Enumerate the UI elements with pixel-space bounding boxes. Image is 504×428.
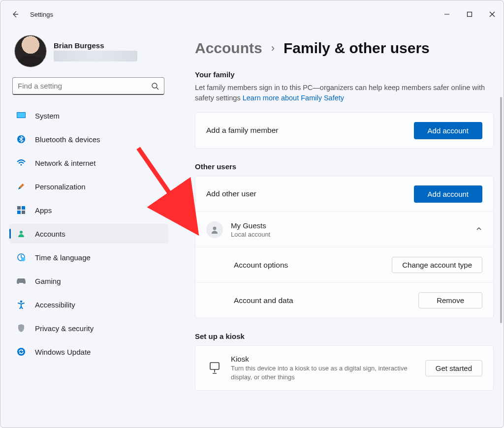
apps-icon	[16, 205, 26, 215]
family-card: Add a family member Add account	[195, 112, 494, 149]
maximize-icon	[467, 11, 472, 17]
sidebar-item-update[interactable]: Windows Update	[9, 342, 168, 362]
user-avatar-icon	[206, 221, 223, 238]
sidebar-item-accessibility[interactable]: Accessibility	[9, 295, 168, 314]
sidebar-item-time[interactable]: Time & language	[9, 247, 168, 267]
profile-email-redacted	[54, 51, 137, 61]
account-options-row: Account options Change account type	[195, 247, 493, 282]
chevron-up-icon	[475, 225, 482, 234]
nav-label: System	[35, 112, 60, 120]
sidebar-item-network[interactable]: Network & internet	[9, 153, 168, 173]
kiosk-section: Set up a kiosk Kiosk Turn this device in…	[195, 332, 494, 391]
svg-rect-16	[210, 363, 219, 369]
other-title: Other users	[195, 162, 494, 171]
window-controls	[436, 4, 504, 24]
scrollbar[interactable]	[500, 97, 502, 323]
nav-label: Time & language	[35, 253, 91, 262]
other-users-card: Add other user Add account My Guests Loc…	[195, 176, 494, 318]
window-title: Settings	[30, 11, 53, 18]
bluetooth-icon	[16, 134, 26, 144]
add-family-label: Add a family member	[206, 126, 406, 135]
svg-point-12	[21, 257, 25, 261]
avatar	[14, 35, 47, 67]
family-title: Your family	[195, 70, 494, 79]
kiosk-icon	[206, 362, 223, 374]
add-other-label: Add other user	[206, 189, 406, 198]
account-options-label: Account options	[234, 261, 384, 270]
sidebar-item-accounts[interactable]: Accounts	[9, 224, 168, 244]
add-family-row: Add a family member Add account	[195, 113, 493, 148]
add-other-row: Add other user Add account	[195, 176, 493, 212]
svg-rect-3	[17, 113, 25, 118]
back-button[interactable]	[5, 4, 25, 24]
wifi-icon	[16, 158, 26, 168]
breadcrumb: Accounts › Family & other users	[195, 40, 494, 57]
svg-rect-8	[17, 211, 21, 214]
search-box[interactable]	[12, 77, 164, 95]
shield-icon	[16, 323, 26, 333]
user-name: My Guests	[231, 221, 468, 230]
add-family-button[interactable]: Add account	[414, 122, 482, 139]
titlebar: Settings	[0, 0, 504, 28]
kiosk-name: Kiosk	[231, 355, 417, 363]
other-users-section: Other users Add other user Add account M…	[195, 162, 494, 318]
nav-label: Windows Update	[35, 348, 91, 356]
nav-label: Privacy & security	[35, 324, 94, 333]
sidebar-item-privacy[interactable]: Privacy & security	[9, 318, 168, 338]
arrow-left-icon	[11, 10, 19, 18]
breadcrumb-parent[interactable]: Accounts	[195, 40, 262, 57]
svg-rect-0	[468, 12, 472, 17]
learn-more-link[interactable]: Learn more about Family Safety	[243, 94, 344, 102]
search-icon	[151, 82, 159, 90]
gamepad-icon	[16, 276, 26, 286]
nav-label: Apps	[35, 206, 52, 214]
minimize-button[interactable]	[436, 4, 458, 24]
settings-window: Settings Brian Burgess	[0, 0, 504, 428]
sidebar-item-personalization[interactable]: Personalization	[9, 177, 168, 196]
svg-point-14	[17, 348, 25, 356]
kiosk-desc: Turn this device into a kiosk to use as …	[231, 364, 408, 381]
nav-label: Accounts	[35, 230, 65, 238]
kiosk-card: Kiosk Turn this device into a kiosk to u…	[195, 345, 494, 391]
svg-point-15	[213, 226, 217, 230]
nav-label: Personalization	[35, 183, 86, 191]
search-input[interactable]	[18, 82, 151, 90]
nav-list: System Bluetooth & devices Network & int…	[9, 104, 170, 364]
other-user-row[interactable]: My Guests Local account	[195, 212, 493, 247]
remove-account-button[interactable]: Remove	[418, 292, 482, 308]
accessibility-icon	[16, 300, 26, 309]
sidebar-item-apps[interactable]: Apps	[9, 200, 168, 220]
nav-label: Network & internet	[35, 159, 95, 167]
svg-rect-9	[22, 211, 25, 214]
profile-name: Brian Burgess	[54, 41, 137, 50]
account-data-row: Account and data Remove	[195, 282, 493, 318]
close-icon	[489, 11, 495, 17]
sidebar-item-bluetooth[interactable]: Bluetooth & devices	[9, 129, 168, 149]
sidebar-item-system[interactable]: System	[9, 106, 168, 125]
display-icon	[16, 111, 26, 121]
kiosk-get-started-button[interactable]: Get started	[425, 360, 482, 376]
user-type: Local account	[231, 231, 468, 238]
sidebar-item-gaming[interactable]: Gaming	[9, 271, 168, 291]
svg-point-10	[20, 231, 23, 234]
change-account-type-button[interactable]: Change account type	[392, 257, 482, 273]
close-button[interactable]	[481, 4, 504, 24]
chevron-right-icon: ›	[271, 42, 275, 55]
profile-block[interactable]: Brian Burgess	[9, 32, 170, 77]
svg-rect-7	[22, 206, 25, 210]
kiosk-row[interactable]: Kiosk Turn this device into a kiosk to u…	[195, 346, 493, 390]
paintbrush-icon	[16, 182, 26, 191]
sync-icon	[16, 347, 26, 357]
add-other-button[interactable]: Add account	[414, 185, 482, 203]
maximize-button[interactable]	[458, 4, 481, 24]
nav-label: Gaming	[35, 277, 61, 285]
minimize-icon	[444, 11, 450, 17]
main-content: Accounts › Family & other users Your fam…	[170, 28, 504, 428]
svg-point-1	[152, 83, 157, 88]
svg-point-13	[20, 301, 22, 303]
nav-label: Accessibility	[35, 301, 75, 309]
person-icon	[16, 229, 26, 239]
svg-rect-6	[17, 206, 21, 210]
clock-globe-icon	[16, 252, 26, 262]
family-description: Let family members sign in to this PC—or…	[195, 83, 494, 103]
